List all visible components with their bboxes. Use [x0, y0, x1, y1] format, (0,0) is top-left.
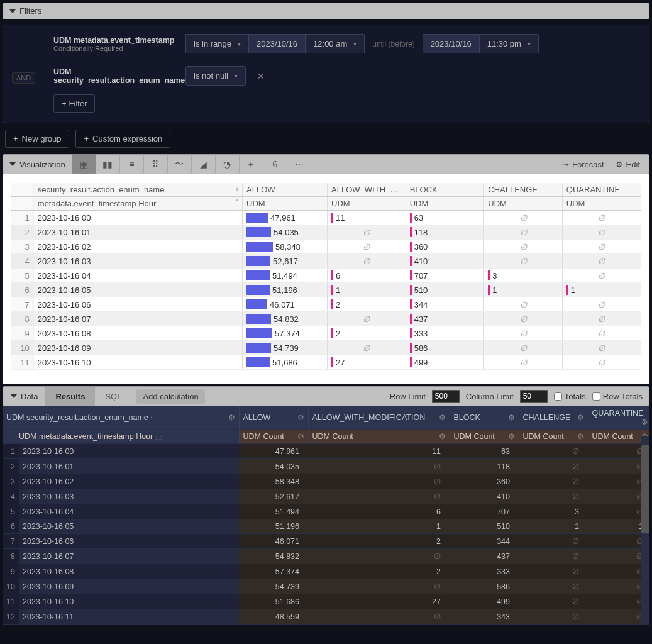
custom-expression-button[interactable]: +Custom expression	[75, 130, 170, 148]
row-limit-input[interactable]	[432, 390, 460, 402]
filters-title: Filters	[19, 6, 41, 16]
time-to[interactable]: 11:30 pm▾	[479, 34, 539, 53]
measure-header[interactable]: UDM Count⚙	[588, 430, 649, 444]
table-row: 72023-10-16 0646,0712344∅∅	[3, 534, 649, 549]
data-table: UDM security_result.action_enum_name ›⚙ …	[3, 406, 649, 625]
time-from[interactable]: 12:00 am▾	[305, 34, 364, 53]
col-limit-input[interactable]	[520, 390, 548, 402]
col-header[interactable]: BLOCK⚙	[450, 406, 519, 430]
dimension-header[interactable]: metadata.event_timestamp Hourˆ	[33, 197, 242, 211]
add-calculation-button[interactable]: Add calculation	[136, 389, 204, 404]
date-to[interactable]: 2023/10/16	[423, 34, 479, 53]
row-totals-checkbox[interactable]: Row Totals	[592, 392, 643, 401]
dim-header[interactable]: UDM security_result.action_enum_name ›⚙	[3, 406, 239, 430]
filter-sublabel: Conditionally Required	[53, 45, 185, 52]
table-row: 22023-10-16 0154,035∅118∅∅	[3, 459, 649, 474]
remove-filter-button[interactable]: ✕	[257, 71, 265, 81]
viz-type-line-icon[interactable]: 〜	[168, 154, 192, 174]
gear-icon[interactable]: ⚙	[577, 432, 584, 441]
dim-header2[interactable]: UDM metadata.event_timestamp Hour ⬚ ↑	[3, 430, 239, 444]
gear-icon[interactable]: ⚙	[641, 418, 648, 426]
viz-type-more-icon[interactable]: ⋯	[287, 154, 311, 174]
gear-icon[interactable]: ⚙	[228, 413, 235, 422]
totals-checkbox[interactable]: Totals	[554, 392, 586, 401]
visualization-panel: Visualization ▦ ▮▮ ≡ ⠿ 〜 ◢ ◔ ⌖ 6̲ ⋯ ⤳For…	[3, 154, 649, 384]
col-header[interactable]: QUARANTINE⚙	[588, 406, 649, 430]
filter-label: UDM metadata.event_timestamp	[53, 36, 185, 45]
settings-icon: ⚙	[616, 160, 623, 169]
chevron-down-icon: ▾	[528, 40, 531, 47]
viz-type-area-icon[interactable]: ◢	[192, 154, 216, 174]
pivot-header[interactable]: security_result.action_enum_name›	[33, 183, 242, 197]
gear-icon[interactable]: ⚙	[439, 432, 446, 441]
viz-title: Visualization	[19, 160, 65, 169]
viz-type-column-icon[interactable]: ▮▮	[96, 154, 120, 174]
table-row: 12023-10-16 0047,9611163∅∅	[11, 211, 641, 225]
viz-type-pie-icon[interactable]: ◔	[216, 154, 240, 174]
viz-header-toggle[interactable]: Visualization	[3, 160, 72, 169]
col-header[interactable]: CHALLENGE⚙	[519, 406, 588, 430]
viz-type-scatter-icon[interactable]: ⠿	[144, 154, 168, 174]
collapse-icon	[9, 9, 16, 13]
table-row: 92023-10-16 0857,3742333∅∅	[3, 564, 649, 579]
col-limit-label: Column Limit	[466, 392, 514, 401]
col-header[interactable]: QUARANTINE	[562, 183, 641, 197]
new-group-button[interactable]: +New group	[5, 130, 69, 148]
operator-select[interactable]: is in range▾	[185, 34, 248, 53]
chevron-down-icon: ▾	[353, 40, 356, 47]
until-label: until (before)	[364, 35, 422, 53]
filter-row-timestamp: UDM metadata.event_timestamp Conditional…	[3, 25, 649, 62]
viz-type-bar-icon[interactable]: ≡	[120, 154, 144, 174]
tab-results[interactable]: Results	[45, 387, 95, 406]
data-title: Data	[21, 392, 38, 401]
date-from[interactable]: 2023/10/16	[248, 34, 305, 53]
gear-icon[interactable]: ⚙	[508, 413, 515, 422]
chevron-right-icon: ›	[150, 414, 153, 421]
measure-header[interactable]: UDM Count⚙	[450, 430, 519, 444]
gear-icon[interactable]: ⚙	[297, 413, 304, 422]
col-header[interactable]: ALLOW⚙	[239, 406, 308, 430]
measure-header[interactable]: UDM Count⚙	[519, 430, 588, 444]
tab-sql[interactable]: SQL	[95, 387, 131, 406]
filters-header[interactable]: Filters	[3, 3, 649, 19]
filters-panel: Filters UDM metadata.event_timestamp Con…	[3, 3, 649, 148]
gear-icon[interactable]: ⚙	[439, 413, 446, 422]
measure-header[interactable]: UDM Count⚙	[308, 430, 450, 444]
col-header[interactable]: CHALLENGE	[484, 183, 563, 197]
filter-row-action: UDM security_result.action_enum_name is …	[3, 62, 649, 94]
scrollbar[interactable]	[641, 436, 649, 625]
data-panel: Data Results SQL Add calculation Row Lim…	[3, 386, 649, 625]
table-row: 22023-10-16 0154,035∅118∅∅	[11, 225, 641, 240]
data-header: Data Results SQL Add calculation Row Lim…	[3, 386, 649, 406]
forecast-button[interactable]: ⤳Forecast	[562, 160, 604, 169]
plus-icon: +	[84, 134, 89, 143]
operator-select[interactable]: is not null▾	[185, 66, 246, 86]
viz-table: security_result.action_enum_name› ALLOW …	[3, 174, 649, 384]
gear-icon[interactable]: ⚙	[297, 432, 304, 441]
data-header-toggle[interactable]: Data	[3, 387, 45, 406]
table-row: 82023-10-16 0754,832∅437∅∅	[11, 312, 641, 326]
add-filter-button[interactable]: +Filter	[53, 94, 95, 113]
viz-type-table-icon[interactable]: ▦	[72, 154, 96, 174]
viz-type-single-value-icon[interactable]: 6̲	[263, 154, 287, 174]
filter-label: UDM security_result.action_enum_name	[53, 67, 185, 85]
table-row: 102023-10-16 0954,739∅586∅∅	[11, 341, 641, 355]
table-row: 122023-10-16 1148,559∅343∅∅	[3, 609, 649, 625]
gear-icon[interactable]: ⚙	[508, 432, 515, 441]
table-row: 92023-10-16 0857,3742333∅∅	[11, 326, 641, 341]
table-row: 42023-10-16 0352,617∅410∅∅	[11, 254, 641, 269]
col-header[interactable]: ALLOW_WITH_…	[328, 183, 406, 197]
plus-icon: +	[13, 134, 18, 143]
col-header[interactable]: ALLOW	[243, 183, 328, 197]
chevron-up-icon: ˆ	[236, 199, 238, 206]
gear-icon[interactable]: ⚙	[577, 413, 584, 422]
table-row: 82023-10-16 0754,832∅437∅∅	[3, 549, 649, 564]
viz-type-map-icon[interactable]: ⌖	[240, 154, 263, 174]
table-row: 52023-10-16 0451,49467073∅	[3, 504, 649, 519]
col-header[interactable]: ALLOW_WITH_MODIFICATION⚙	[308, 406, 450, 430]
col-header[interactable]: BLOCK	[406, 183, 484, 197]
edit-button[interactable]: ⚙Edit	[616, 160, 640, 169]
table-row: 112023-10-16 1051,68627499∅∅	[11, 355, 641, 370]
sort-icon: ⬚ ↑	[155, 433, 167, 440]
measure-header[interactable]: UDM Count⚙	[239, 430, 308, 444]
